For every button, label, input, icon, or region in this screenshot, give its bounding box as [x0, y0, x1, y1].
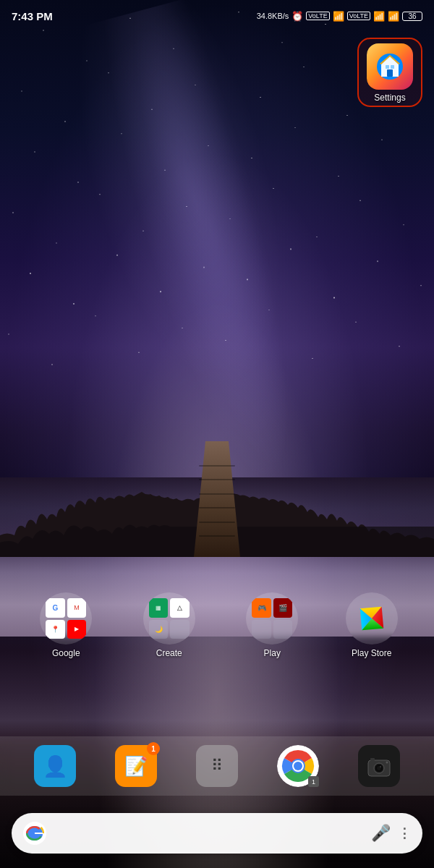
status-bar: 7:43 PM 34.8KB/s ⏰ VoLTE 📶 VoLTE 📶 📶 36 — [0, 0, 434, 32]
contacts-icon-glyph: 👤 — [43, 754, 68, 778]
contacts-dock-item[interactable]: 👤 — [34, 745, 76, 787]
alarm-icon: ⏰ — [292, 11, 303, 22]
play-store-app[interactable]: Play Store — [339, 592, 404, 658]
volte-icon: VoLTE — [306, 12, 329, 20]
play-store-label: Play Store — [352, 648, 391, 658]
status-time: 7:43 PM — [12, 10, 53, 22]
volte-icon-2: VoLTE — [347, 12, 370, 20]
drive-mini-icon: △ — [170, 598, 190, 618]
sheets-mini-icon: ▦ — [149, 598, 169, 618]
svg-rect-17 — [370, 758, 375, 761]
chrome-dock-item[interactable]: 1 — [277, 745, 319, 787]
play-folder-label: Play — [264, 648, 281, 658]
app-drawer-icon: ⠿ — [196, 745, 238, 787]
mic-icon[interactable]: 🎤 — [371, 824, 391, 843]
messenger-icon: 📝 1 — [115, 745, 157, 787]
wifi-icon: 📶 — [388, 11, 399, 22]
app-folders-row: G M 📍 ▶ Google ▦ △ — [0, 592, 434, 658]
create-folder[interactable]: ▦ △ 🌙 Create — [133, 592, 205, 658]
google-search-bar[interactable]: 🎤 ⋮ — [12, 813, 422, 854]
svg-point-18 — [386, 762, 388, 764]
create-folder-circle: ▦ △ 🌙 — [143, 592, 195, 644]
google-folder-label: Google — [52, 648, 80, 658]
network-speed: 34.8KB/s — [257, 12, 289, 20]
gmail-mini-icon: M — [67, 598, 87, 618]
empty-mini-icon — [170, 620, 190, 639]
more-options-icon[interactable]: ⋮ — [398, 825, 411, 841]
play-store-icon-circle — [346, 592, 398, 644]
signal-icon-2: 📶 — [373, 11, 385, 22]
contacts-icon: 👤 — [34, 745, 76, 787]
svg-rect-4 — [386, 65, 389, 69]
svg-rect-5 — [391, 65, 394, 69]
settings-house-svg — [375, 52, 404, 81]
messenger-icon-glyph: 📝 — [124, 755, 148, 778]
settings-label: Settings — [374, 93, 405, 103]
battery-icon: 36 — [402, 12, 422, 21]
messenger-dock-item[interactable]: 📝 1 — [115, 745, 157, 787]
play-store-svg — [354, 600, 390, 637]
maps-mini-icon: 📍 — [46, 620, 65, 639]
pier-planks — [189, 445, 245, 557]
status-right-icons: 34.8KB/s ⏰ VoLTE 📶 VoLTE 📶 📶 36 — [257, 11, 422, 22]
svg-point-16 — [380, 766, 381, 767]
camera-svg — [366, 753, 392, 779]
google-folder[interactable]: G M 📍 ▶ Google — [30, 592, 102, 658]
moon-mini-icon: 🌙 — [149, 620, 169, 639]
google-mini-icon: G — [46, 598, 65, 618]
settings-app-highlighted[interactable]: Settings — [357, 38, 422, 107]
create-folder-label: Create — [156, 648, 182, 658]
youtube-mini-icon: ▶ — [67, 620, 87, 639]
chrome-small-badge: 1 — [308, 776, 319, 787]
play-folder[interactable]: 🎮 🎬 Play — [236, 592, 308, 658]
signal-icon-1: 📶 — [333, 11, 344, 22]
google-folder-circle: G M 📍 ▶ — [40, 592, 92, 644]
camera-dock-item[interactable] — [358, 745, 400, 787]
app-drawer-grid: ⠿ — [211, 758, 223, 774]
settings-icon-bg — [367, 43, 413, 90]
svg-rect-2 — [387, 69, 393, 77]
play-folder-circle: 🎮 🎬 — [246, 592, 298, 644]
svg-point-10 — [294, 762, 302, 770]
google-g-logo — [23, 822, 46, 845]
app-dock: 👤 📝 1 ⠿ — [0, 736, 434, 796]
camera-icon — [358, 745, 400, 787]
app-drawer-dock-item[interactable]: ⠿ — [196, 745, 238, 787]
games-mini-icon: 🎮 — [252, 598, 271, 618]
movies-mini-icon: 🎬 — [273, 598, 293, 618]
messenger-badge: 1 — [147, 742, 160, 755]
